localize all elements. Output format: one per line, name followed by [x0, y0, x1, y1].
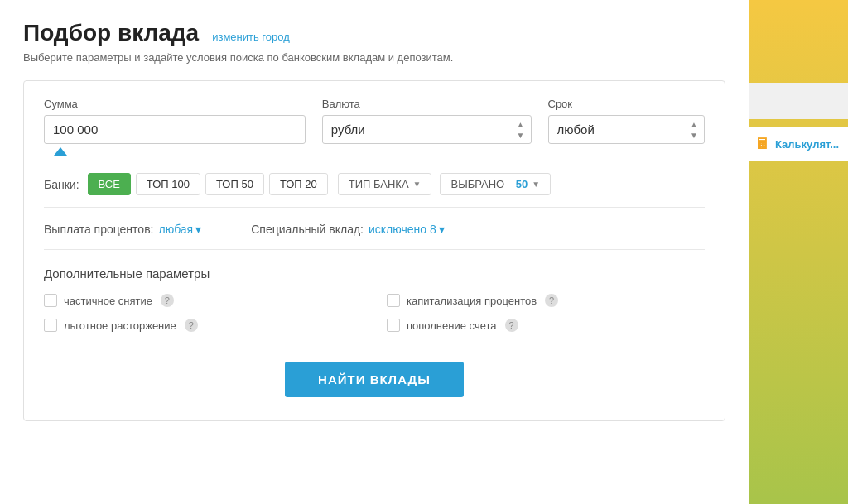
payment-label: Выплата процентов: [44, 223, 153, 236]
selected-label: ВЫБРАНО [450, 178, 504, 190]
checkbox-capitalization[interactable] [387, 294, 400, 307]
checkbox-row-2: льготное расторжение ? [44, 319, 362, 332]
chevron-down-icon: ▼ [413, 180, 422, 189]
help-icon-1[interactable]: ? [161, 294, 174, 307]
help-icon-4[interactable]: ? [505, 319, 518, 332]
additional-label: Дополнительные параметры [44, 266, 705, 281]
srok-select-wrapper: любой 1 месяц 3 месяца 6 месяцев 1 год 2… [548, 115, 706, 144]
calculator-icon: 🖩 [755, 136, 770, 153]
checkboxes-grid: частичное снятие ? капитализация процент… [44, 294, 705, 332]
banks-row: Банки: ВСЕ ТОП 100 ТОП 50 ТОП 20 ТИП БАН… [44, 161, 705, 208]
checkbox-label-4: пополнение счета [407, 319, 497, 332]
checkbox-label-2: льготное расторжение [64, 319, 176, 332]
slider-indicator [54, 147, 67, 156]
calc-label: Калькулят... [775, 138, 839, 151]
btn-all-banks[interactable]: ВСЕ [88, 173, 131, 195]
page-title: Подбор вклада [23, 20, 199, 46]
payment-filter: Выплата процентов: любая ▾ [44, 223, 201, 236]
checkbox-refill[interactable] [387, 319, 400, 332]
help-icon-3[interactable]: ? [545, 294, 558, 307]
summa-input-wrapper [44, 115, 306, 144]
sidebar: 🖩 Калькулят... [749, 0, 848, 504]
payment-filter-link[interactable]: любая ▾ [158, 223, 201, 236]
valuta-label: Валюта [322, 98, 532, 110]
inputs-row: Сумма Валюта рубли доллары евро [44, 98, 705, 144]
selected-count: 50 [516, 178, 528, 190]
srok-select[interactable]: любой 1 месяц 3 месяца 6 месяцев 1 год 2… [548, 115, 706, 144]
checkbox-partial-withdrawal[interactable] [44, 294, 57, 307]
sidebar-top-bar [749, 83, 848, 119]
banks-label: Банки: [44, 178, 80, 191]
special-label: Специальный вклад: [251, 223, 364, 236]
btn-selected-banks[interactable]: ВЫБРАНО 50 ▼ [440, 173, 551, 195]
payment-value: любая [158, 223, 193, 236]
page-subtitle: Выберите параметры и задайте условия пои… [23, 51, 725, 64]
help-icon-2[interactable]: ? [185, 319, 198, 332]
checkbox-row-1: частичное снятие ? [44, 294, 362, 307]
chevron-down-icon-2: ▼ [532, 180, 540, 189]
special-filter-link[interactable]: исключено 8 ▾ [369, 223, 445, 236]
filters-row: Выплата процентов: любая ▾ Специальный в… [44, 223, 705, 250]
change-city-link[interactable]: изменить город [212, 31, 290, 43]
bank-type-label: ТИП БАНКА [349, 178, 409, 190]
checkbox-preferential[interactable] [44, 319, 57, 332]
btn-top20[interactable]: ТОП 20 [269, 173, 328, 195]
valuta-group: Валюта рубли доллары евро ▲ ▼ [322, 98, 532, 144]
find-btn-row: НАЙТИ ВКЛАДЫ [44, 355, 705, 397]
srok-label: Срок [548, 98, 706, 110]
chevron-down-icon-3: ▾ [195, 223, 201, 236]
search-card: Сумма Валюта рубли доллары евро [23, 80, 725, 421]
checkbox-row-4: пополнение счета ? [387, 319, 705, 332]
valuta-select-wrapper: рубли доллары евро ▲ ▼ [322, 115, 532, 144]
btn-top100[interactable]: ТОП 100 [136, 173, 200, 195]
special-filter: Специальный вклад: исключено 8 ▾ [251, 223, 445, 236]
checkbox-label-3: капитализация процентов [407, 295, 537, 307]
summa-input[interactable] [44, 115, 306, 144]
srok-group: Срок любой 1 месяц 3 месяца 6 месяцев 1 … [548, 98, 706, 144]
summa-label: Сумма [44, 98, 306, 110]
checkbox-label-1: частичное снятие [64, 295, 152, 307]
special-value: исключено 8 [369, 223, 436, 236]
checkbox-row-3: капитализация процентов ? [387, 294, 705, 307]
sidebar-calculator[interactable]: 🖩 Калькулят... [749, 127, 848, 161]
find-deposits-button[interactable]: НАЙТИ ВКЛАДЫ [285, 362, 464, 397]
btn-top50[interactable]: ТОП 50 [205, 173, 264, 195]
summa-group: Сумма [44, 98, 306, 144]
chevron-down-icon-4: ▾ [439, 223, 445, 236]
additional-params: Дополнительные параметры частичное сняти… [44, 266, 705, 332]
page-header: Подбор вклада изменить город [23, 20, 725, 46]
btn-bank-type[interactable]: ТИП БАНКА ▼ [338, 173, 432, 195]
valuta-select[interactable]: рубли доллары евро [322, 115, 532, 144]
